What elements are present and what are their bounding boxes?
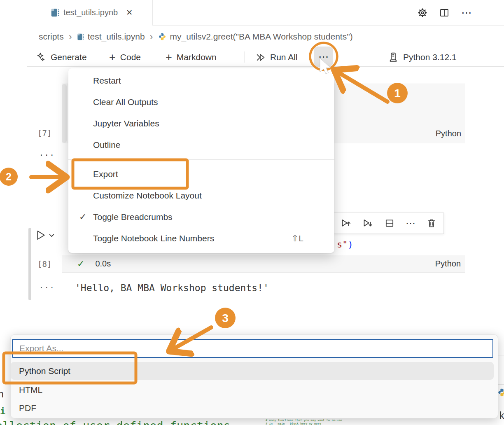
menu-item-clear-all-outputs[interactable]: Clear All Outputs — [68, 91, 334, 113]
chevron-right-icon: › — [69, 32, 72, 42]
tab-test-utils[interactable]: test_utils.ipynb ✕ — [31, 0, 153, 25]
plus-icon: + — [166, 52, 172, 63]
generate-button[interactable]: Generate — [35, 48, 87, 67]
cell-hover-toolbar: ⋯ — [334, 212, 444, 234]
menu-item-toggle-notebook-line-numbers[interactable]: Toggle Notebook Line Numbers ⇧L — [68, 228, 334, 249]
clipped-code-comment: ollection of user defined functions — [0, 419, 230, 425]
export-as-input[interactable] — [12, 339, 493, 358]
tab-title: test_utils.ipynb — [63, 8, 118, 17]
cell-border-fragment — [498, 384, 504, 385]
python-icon — [497, 388, 504, 397]
kernel-label: Python 3.12.1 — [403, 52, 457, 62]
export-quick-pick: Python Script HTML PDF — [10, 334, 498, 418]
clipped-text-fragment: i — [0, 406, 5, 416]
cell-status-bar: ✓ 0.0s Python — [62, 255, 465, 272]
menu-separator — [68, 159, 334, 160]
add-markdown-cell-button[interactable]: + Markdown — [166, 48, 217, 67]
collapsed-output-icon[interactable]: ··· — [39, 151, 55, 159]
breadcrumb-notebook[interactable]: test_utils.ipynb — [88, 32, 145, 42]
gear-icon[interactable] — [418, 8, 427, 18]
run-all-icon — [255, 52, 266, 63]
keybinding-label: ⇧L — [292, 234, 303, 243]
notebook-icon — [77, 33, 84, 41]
svg-text:3: 3 — [222, 312, 229, 325]
minimap-comment-text: # many functions that you may want to re… — [266, 419, 344, 425]
notebook-more-actions-button[interactable]: ⋯ — [314, 47, 333, 66]
cell-output-text: 'Hello, BA MBA Workshop students!' — [75, 283, 269, 293]
split-cell-button[interactable] — [384, 218, 395, 229]
clipped-text-fragment: k — [499, 410, 504, 421]
cell-focus-bar — [62, 84, 67, 143]
quick-pick-option-pdf[interactable]: PDF — [11, 399, 494, 417]
delete-cell-button[interactable] — [426, 218, 437, 229]
quick-pick-option-html[interactable]: HTML — [11, 381, 494, 399]
plus-icon: + — [109, 52, 116, 63]
kernel-picker[interactable]: Python 3.12.1 — [388, 48, 457, 67]
window-actions: ⋯ — [418, 0, 472, 26]
markdown-label: Markdown — [177, 52, 217, 62]
cell-language-label[interactable]: Python — [435, 259, 461, 269]
python-icon — [158, 33, 166, 41]
execution-count: [7] — [37, 128, 51, 138]
close-icon[interactable]: ✕ — [126, 8, 133, 17]
kernel-icon — [388, 52, 399, 63]
success-check-icon: ✓ — [77, 259, 84, 269]
cell-more-actions-button[interactable]: ⋯ — [406, 217, 415, 229]
notebook-more-actions-menu: Restart Clear All Outputs Jupyter Variab… — [68, 68, 334, 253]
cell-border-fragment — [498, 355, 504, 355]
menu-item-toggle-breadcrumbs[interactable]: ✓ Toggle Breadcrumbs — [68, 206, 334, 228]
annotation-badge-2 — [0, 168, 18, 186]
breadcrumb: scripts › test_utils.ipynb › my_utilsv2.… — [39, 26, 353, 47]
code-label: Code — [120, 52, 141, 62]
quick-pick-option-python-script[interactable]: Python Script — [11, 362, 494, 380]
cell-selection-bar — [28, 228, 31, 300]
cell-border-fragment — [444, 418, 444, 425]
more-actions-icon[interactable]: ⋯ — [461, 7, 472, 18]
execution-time: 0.0s — [95, 259, 111, 269]
notebook-icon — [51, 8, 59, 17]
run-all-label: Run All — [270, 52, 298, 62]
chevron-down-icon — [49, 232, 55, 238]
code-fragment[interactable]: s") — [337, 239, 353, 250]
breadcrumb-symbol[interactable]: my_utilsv2.greet("BA MBA Workshop studen… — [170, 32, 353, 42]
play-icon — [35, 229, 47, 241]
annotation-badge-3 — [215, 308, 236, 328]
execution-count: [8] — [37, 259, 51, 269]
sparkle-icon — [35, 52, 46, 63]
run-all-button[interactable]: Run All — [255, 48, 298, 67]
run-below-button[interactable] — [362, 218, 373, 229]
chevron-right-icon: › — [150, 32, 153, 42]
menu-item-export[interactable]: Export — [68, 163, 334, 185]
toolbar-divider — [27, 66, 504, 67]
cell-language-label[interactable]: Python — [420, 129, 461, 138]
clipped-text-fragment: n — [0, 389, 4, 400]
check-icon: ✓ — [79, 212, 86, 222]
toolbar-divider — [245, 51, 245, 63]
menu-item-jupyter-variables[interactable]: Jupyter Variables — [68, 113, 334, 134]
menu-item-restart[interactable]: Restart — [68, 70, 334, 91]
svg-text:2: 2 — [6, 171, 12, 182]
cell-border-fragment — [414, 418, 414, 425]
breadcrumb-scripts[interactable]: scripts — [39, 32, 64, 42]
menu-item-customize-notebook-layout[interactable]: Customize Notebook Layout — [68, 185, 334, 206]
split-editor-icon[interactable] — [439, 8, 449, 18]
run-above-button[interactable] — [341, 218, 352, 229]
menu-item-outline[interactable]: Outline — [68, 134, 334, 156]
generate-label: Generate — [51, 52, 87, 62]
add-code-cell-button[interactable]: + Code — [109, 48, 141, 67]
output-gutter-icon[interactable]: ··· — [39, 283, 55, 292]
run-cell-button[interactable] — [35, 229, 55, 241]
